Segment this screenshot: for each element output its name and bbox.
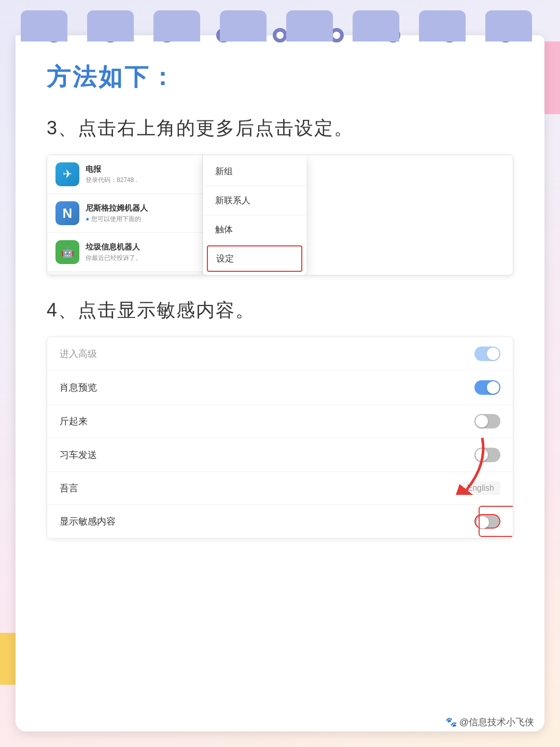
chat-item-nisi[interactable]: N 尼斯格拉姆机器人 ● 您可以使用下面的: [47, 194, 202, 233]
chat-preview-spam: 你最近已经投诉了。: [86, 254, 194, 262]
settings-label-send: 习车发送: [60, 449, 97, 461]
chat-preview-telegram: 登录代码：82748 .: [86, 176, 194, 185]
avatar-nisi: N: [55, 201, 79, 225]
settings-item-send[interactable]: 习车发送: [47, 438, 513, 472]
menu-item-new-contact[interactable]: 新联系人: [203, 186, 306, 215]
context-menu: 新组 新联系人 触体 设定: [203, 155, 306, 275]
chat-info-telegram: 电报 登录代码：82748 .: [86, 164, 194, 185]
step3-label: 3、点击右上角的更多后点击设定。: [47, 114, 513, 142]
settings-label-listen: 斤起来: [60, 415, 88, 427]
chat-info-nisi: 尼斯格拉姆机器人 ● 您可以使用下面的: [86, 203, 194, 224]
chat-name-nisi: 尼斯格拉姆机器人: [86, 203, 194, 213]
watermark-icon: 🐾: [445, 717, 457, 727]
toggle-preview[interactable]: [474, 380, 500, 395]
settings-box: 进入高级 肖息预览 斤起来 习车发送 吾言 English: [47, 337, 513, 538]
avatar-spam: 🤖: [55, 240, 79, 264]
main-content: 方法如下： 3、点击右上角的更多后点击设定。 ✈ 电报 登录代码：82748 .…: [16, 35, 544, 731]
menu-item-new-group[interactable]: 新组: [203, 157, 306, 186]
settings-label-preview: 肖息预览: [60, 381, 97, 394]
settings-item-listen[interactable]: 斤起来: [47, 405, 513, 438]
step3-screenshot: ✈ 电报 登录代码：82748 . N 尼斯格拉姆机器人 ● 您可以使用下面的: [47, 155, 513, 275]
toggle-sensitive[interactable]: [474, 514, 500, 529]
watermark: 🐾 @信息技术小飞侠: [445, 716, 534, 728]
menu-item-settings[interactable]: 设定: [207, 245, 302, 272]
settings-item-preview[interactable]: 肖息预览: [47, 371, 513, 405]
toggle-listen[interactable]: [474, 414, 500, 428]
settings-label-sensitive: 显示敏感内容: [60, 515, 116, 528]
step4-container: 进入高级 肖息预览 斤起来 习车发送 吾言 English: [47, 337, 513, 538]
step4-label: 4、点击显示敏感内容。: [47, 296, 513, 324]
settings-item-sensitive[interactable]: 显示敏感内容: [47, 505, 513, 538]
toggle-top[interactable]: [474, 347, 500, 361]
chat-name-telegram: 电报: [86, 164, 194, 174]
red-arrow-icon: [451, 433, 493, 495]
settings-label-top: 进入高级: [60, 348, 97, 360]
chat-name-spam: 垃圾信息机器人: [86, 242, 194, 252]
menu-item-touch[interactable]: 触体: [203, 215, 306, 244]
blue-dot: ●: [86, 215, 89, 223]
chat-preview-nisi: ● 您可以使用下面的: [86, 215, 194, 224]
avatar-telegram: ✈: [55, 162, 79, 186]
settings-item-lang[interactable]: 吾言 English: [47, 472, 513, 505]
red-arrow-container: [451, 433, 493, 497]
chat-item-telegram[interactable]: ✈ 电报 登录代码：82748 .: [47, 155, 202, 194]
settings-label-lang: 吾言: [60, 482, 78, 494]
chat-list: ✈ 电报 登录代码：82748 . N 尼斯格拉姆机器人 ● 您可以使用下面的: [47, 155, 203, 275]
chat-item-spam[interactable]: 🤖 垃圾信息机器人 你最近已经投诉了。: [47, 233, 202, 272]
settings-item-top[interactable]: 进入高级: [47, 337, 513, 371]
watermark-text: @信息技术小飞侠: [459, 717, 534, 727]
page-title: 方法如下：: [47, 61, 513, 93]
chat-info-spam: 垃圾信息机器人 你最近已经投诉了。: [86, 242, 194, 262]
